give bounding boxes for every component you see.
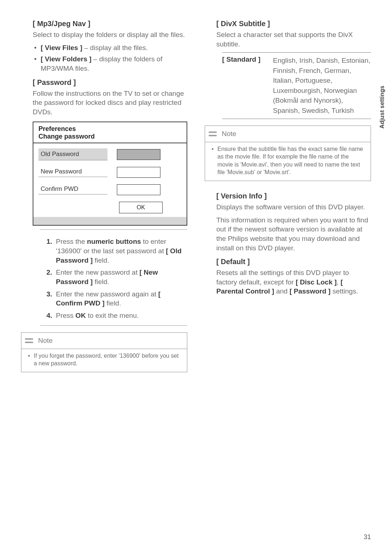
confirm-password-label: Confirm PWD bbox=[38, 185, 107, 194]
step-3: Enter the new password again at [ Confir… bbox=[46, 290, 187, 308]
confirm-password-row: Confirm PWD bbox=[38, 184, 181, 195]
step-1: Press the numeric buttons to enter '1369… bbox=[46, 237, 187, 265]
note-header-right: Note bbox=[205, 126, 371, 142]
view-files-rest: – display all the files. bbox=[82, 44, 148, 52]
mp3-options-list: [ View Files ] – display all the files. … bbox=[33, 43, 187, 73]
preferences-footer bbox=[33, 217, 187, 225]
standard-value: English, Irish, Danish, Estonian, Finnis… bbox=[273, 56, 371, 115]
new-password-label: New Password bbox=[38, 168, 107, 177]
note-box-right: Note • Ensure that the subtitle file has… bbox=[205, 126, 371, 181]
new-password-row: New Password bbox=[38, 167, 181, 178]
default-body: Resets all the settings of this DVD play… bbox=[216, 268, 371, 296]
view-folders-item: [ View Folders ] – display the folders o… bbox=[33, 54, 187, 73]
version-body-2: This information is required when you wa… bbox=[216, 216, 371, 253]
confirm-password-input[interactable] bbox=[117, 184, 160, 195]
svg-rect-2 bbox=[209, 131, 217, 133]
note-header-left: Note bbox=[21, 333, 187, 349]
password-body: Follow the instructions on the TV to set… bbox=[33, 89, 187, 117]
view-files-label: [ View Files ] bbox=[41, 44, 82, 52]
view-folders-label: [ View Folders ] bbox=[41, 55, 91, 63]
divx-body: Select a character set that supports the… bbox=[216, 30, 371, 49]
standard-key: [ Standard ] bbox=[222, 56, 273, 115]
steps-list: Press the numeric buttons to enter '1369… bbox=[46, 237, 187, 320]
preferences-body: Old Password New Password Confirm PWD OK bbox=[33, 143, 187, 217]
subtitle-table: [ Standard ] English, Irish, Danish, Est… bbox=[222, 52, 371, 119]
note-icon bbox=[21, 333, 37, 348]
svg-rect-0 bbox=[25, 338, 33, 340]
mp3-nav-title: [ Mp3/Jpeg Nav ] bbox=[33, 20, 187, 28]
steps-border: Press the numeric buttons to enter '1369… bbox=[40, 229, 187, 325]
password-title: [ Password ] bbox=[33, 78, 187, 87]
new-password-input[interactable] bbox=[117, 167, 160, 178]
old-password-row: Old Password bbox=[38, 148, 181, 160]
version-title: [ Version Info ] bbox=[216, 192, 371, 200]
step-2: Enter the new password at [ New Password… bbox=[46, 268, 187, 286]
preferences-panel: Preferences Change password Old Password… bbox=[33, 122, 187, 226]
note-body-right: • Ensure that the subtitle file has the … bbox=[205, 142, 371, 181]
view-files-item: [ View Files ] – display all the files. bbox=[33, 43, 187, 53]
old-password-label: Old Password bbox=[38, 148, 107, 160]
left-column: [ Mp3/Jpeg Nav ] Select to display the f… bbox=[21, 15, 187, 372]
preferences-header: Preferences Change password bbox=[33, 122, 187, 143]
note-body-left: • If you forget the password, enter '136… bbox=[21, 349, 187, 372]
svg-rect-3 bbox=[209, 135, 217, 136]
right-column: [ DivX Subtitle ] Select a character set… bbox=[205, 15, 371, 372]
preferences-subtitle: Change password bbox=[38, 133, 181, 140]
default-title: [ Default ] bbox=[216, 258, 371, 266]
page-number: 31 bbox=[364, 533, 371, 541]
note-title-right: Note bbox=[220, 130, 236, 138]
step-4: Press OK to exit the menu. bbox=[46, 311, 187, 320]
old-password-input[interactable] bbox=[117, 149, 160, 160]
svg-rect-1 bbox=[25, 341, 33, 343]
divx-title: [ DivX Subtitle ] bbox=[216, 20, 371, 28]
version-body-1: Displays the software version of this DV… bbox=[216, 202, 371, 212]
preferences-title: Preferences bbox=[38, 125, 181, 133]
note-title-left: Note bbox=[37, 337, 53, 345]
ok-button[interactable]: OK bbox=[119, 202, 163, 213]
note-icon bbox=[205, 127, 220, 141]
note-box-left: Note • If you forget the password, enter… bbox=[21, 332, 187, 372]
side-section-label: Adjust settings bbox=[379, 86, 385, 129]
mp3-nav-body: Select to display the folders or display… bbox=[33, 30, 187, 40]
